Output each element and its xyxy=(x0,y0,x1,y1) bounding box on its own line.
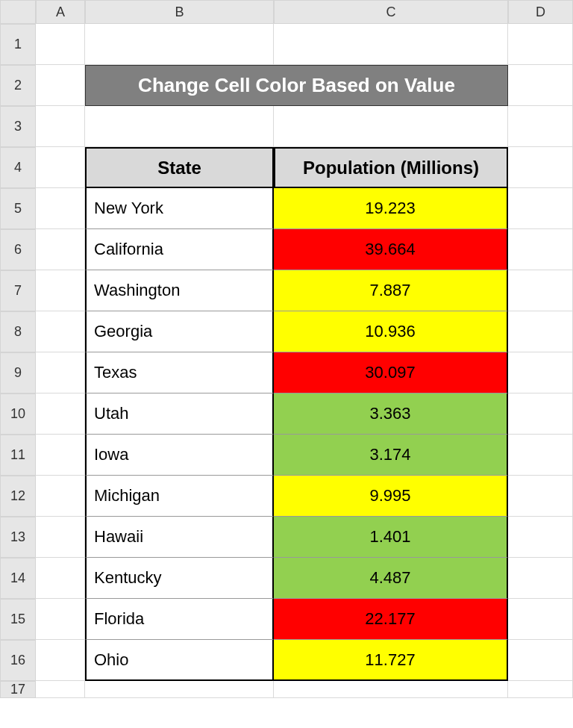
select-all-corner[interactable] xyxy=(0,0,36,24)
table-row[interactable]: Kentucky xyxy=(85,558,274,599)
cell-D8[interactable] xyxy=(508,311,573,352)
table-row[interactable]: 39.664 xyxy=(274,229,508,270)
cell-A15[interactable] xyxy=(36,599,85,640)
table-row[interactable]: Florida xyxy=(85,599,274,640)
title-banner[interactable]: Change Cell Color Based on Value xyxy=(85,65,508,106)
cell-D11[interactable] xyxy=(508,435,573,476)
table-row[interactable]: Utah xyxy=(85,393,274,435)
cell-A17[interactable] xyxy=(36,681,85,698)
cell-D12[interactable] xyxy=(508,476,573,517)
row-header-11[interactable]: 11 xyxy=(0,435,36,476)
row-header-7[interactable]: 7 xyxy=(0,270,36,311)
col-header-C[interactable]: C xyxy=(274,0,508,24)
cell-A1[interactable] xyxy=(36,24,85,65)
cell-A3[interactable] xyxy=(36,106,85,147)
cell-A7[interactable] xyxy=(36,270,85,311)
cell-D7[interactable] xyxy=(508,270,573,311)
table-row[interactable]: 3.363 xyxy=(274,393,508,435)
cell-B1[interactable] xyxy=(85,24,274,65)
cell-D3[interactable] xyxy=(508,106,573,147)
row-header-15[interactable]: 15 xyxy=(0,599,36,640)
cell-C3[interactable] xyxy=(274,106,508,147)
row-header-3[interactable]: 3 xyxy=(0,106,36,147)
cell-C17[interactable] xyxy=(274,681,508,698)
row-header-13[interactable]: 13 xyxy=(0,517,36,558)
table-row[interactable]: Hawaii xyxy=(85,517,274,558)
table-row[interactable]: Michigan xyxy=(85,476,274,517)
table-row[interactable]: Iowa xyxy=(85,435,274,476)
cell-D9[interactable] xyxy=(508,352,573,393)
cell-D5[interactable] xyxy=(508,188,573,229)
cell-A5[interactable] xyxy=(36,188,85,229)
row-header-5[interactable]: 5 xyxy=(0,188,36,229)
table-row[interactable]: 30.097 xyxy=(274,352,508,393)
row-header-2[interactable]: 2 xyxy=(0,65,36,106)
table-row[interactable]: 7.887 xyxy=(274,270,508,311)
cell-A2[interactable] xyxy=(36,65,85,106)
cell-D1[interactable] xyxy=(508,24,573,65)
cell-D16[interactable] xyxy=(508,640,573,681)
row-header-4[interactable]: 4 xyxy=(0,147,36,188)
cell-C1[interactable] xyxy=(274,24,508,65)
cell-A6[interactable] xyxy=(36,229,85,270)
row-header-17[interactable]: 17 xyxy=(0,681,36,698)
cell-A16[interactable] xyxy=(36,640,85,681)
cell-A13[interactable] xyxy=(36,517,85,558)
cell-A10[interactable] xyxy=(36,393,85,435)
cell-A8[interactable] xyxy=(36,311,85,352)
row-header-8[interactable]: 8 xyxy=(0,311,36,352)
cell-A9[interactable] xyxy=(36,352,85,393)
col-header-B[interactable]: B xyxy=(85,0,274,24)
cell-B17[interactable] xyxy=(85,681,274,698)
table-row[interactable]: Texas xyxy=(85,352,274,393)
table-row[interactable]: 4.487 xyxy=(274,558,508,599)
table-row[interactable]: 22.177 xyxy=(274,599,508,640)
cell-A12[interactable] xyxy=(36,476,85,517)
table-row[interactable]: 11.727 xyxy=(274,640,508,681)
row-header-6[interactable]: 6 xyxy=(0,229,36,270)
table-row[interactable]: Washington xyxy=(85,270,274,311)
cell-D14[interactable] xyxy=(508,558,573,599)
table-row[interactable]: 1.401 xyxy=(274,517,508,558)
table-row[interactable]: 9.995 xyxy=(274,476,508,517)
cell-D13[interactable] xyxy=(508,517,573,558)
row-header-1[interactable]: 1 xyxy=(0,24,36,65)
cell-D6[interactable] xyxy=(508,229,573,270)
table-row[interactable]: California xyxy=(85,229,274,270)
spreadsheet-grid: A B C D 1 2 Change Cell Color Based on V… xyxy=(0,0,573,698)
table-row[interactable]: 10.936 xyxy=(274,311,508,352)
cell-A14[interactable] xyxy=(36,558,85,599)
table-row[interactable]: 19.223 xyxy=(274,188,508,229)
row-header-14[interactable]: 14 xyxy=(0,558,36,599)
cell-D4[interactable] xyxy=(508,147,573,188)
cell-A4[interactable] xyxy=(36,147,85,188)
table-row[interactable]: New York xyxy=(85,188,274,229)
col-header-A[interactable]: A xyxy=(36,0,85,24)
cell-D2[interactable] xyxy=(508,65,573,106)
table-header-state[interactable]: State xyxy=(85,147,274,188)
table-row[interactable]: 3.174 xyxy=(274,435,508,476)
row-header-10[interactable]: 10 xyxy=(0,393,36,435)
table-row[interactable]: Ohio xyxy=(85,640,274,681)
table-row[interactable]: Georgia xyxy=(85,311,274,352)
row-header-16[interactable]: 16 xyxy=(0,640,36,681)
cell-B3[interactable] xyxy=(85,106,274,147)
row-header-9[interactable]: 9 xyxy=(0,352,36,393)
cell-D15[interactable] xyxy=(508,599,573,640)
row-header-12[interactable]: 12 xyxy=(0,476,36,517)
table-header-pop[interactable]: Population (Millions) xyxy=(274,147,508,188)
cell-D17[interactable] xyxy=(508,681,573,698)
cell-D10[interactable] xyxy=(508,393,573,435)
cell-A11[interactable] xyxy=(36,435,85,476)
col-header-D[interactable]: D xyxy=(508,0,573,24)
